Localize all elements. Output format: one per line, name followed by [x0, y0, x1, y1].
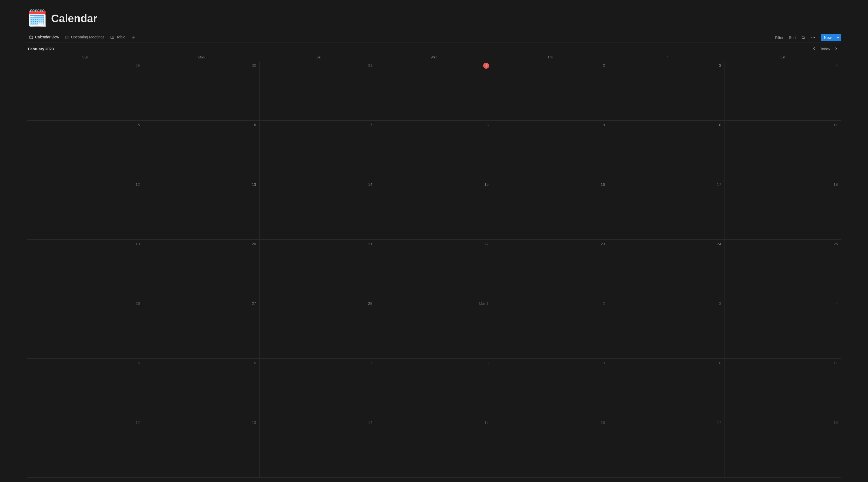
day-cell[interactable]: 5	[27, 121, 143, 180]
new-button[interactable]: New	[821, 34, 835, 41]
day-cell[interactable]: 9	[492, 359, 608, 418]
date-number: 17	[717, 420, 721, 425]
day-cell[interactable]: 11	[725, 121, 841, 180]
date-number: 30	[252, 63, 256, 67]
day-cell[interactable]: 30	[143, 61, 259, 120]
new-button-dropdown[interactable]	[835, 34, 841, 41]
day-cell[interactable]: 17	[608, 418, 724, 477]
add-view-button[interactable]	[129, 34, 137, 41]
week-row: 19202122232425	[27, 239, 841, 299]
day-cell[interactable]: 7	[260, 121, 376, 180]
more-options-button[interactable]	[809, 34, 817, 41]
day-cell[interactable]: 8	[376, 359, 492, 418]
day-cell[interactable]: 2	[492, 299, 608, 359]
day-cell[interactable]: 13	[143, 180, 259, 239]
date-number: Mar 1	[479, 301, 489, 306]
day-cell[interactable]: 21	[260, 239, 376, 299]
day-cell[interactable]: 3	[608, 299, 724, 359]
week-row: 567891011	[27, 121, 841, 180]
date-number: 6	[254, 123, 256, 127]
week-row: 12131415161718	[27, 180, 841, 239]
sort-button[interactable]: Sort	[787, 34, 798, 41]
today-button[interactable]: Today	[818, 46, 832, 52]
date-number: 9	[603, 361, 605, 365]
next-month-button[interactable]	[832, 46, 840, 52]
tab-upcoming[interactable]: Upcoming Meetings	[63, 33, 107, 42]
weekday-header: Fri	[608, 54, 724, 61]
svg-point-13	[802, 36, 804, 39]
calendar-grid[interactable]: 2930311234567891011121314151617181920212…	[27, 61, 841, 482]
day-cell[interactable]: 20	[143, 239, 259, 299]
tab-calendar[interactable]: Calendar view	[27, 33, 62, 42]
day-cell[interactable]: 18	[725, 180, 841, 239]
day-cell[interactable]: 14	[260, 418, 376, 477]
tab-table[interactable]: Table	[108, 33, 128, 42]
date-number: 2	[603, 63, 605, 67]
day-cell[interactable]: 9	[492, 121, 608, 180]
day-cell[interactable]: 2	[492, 61, 608, 120]
day-cell[interactable]: 3	[608, 61, 724, 120]
date-number: 31	[368, 63, 372, 67]
date-number: 8	[487, 361, 489, 365]
day-cell[interactable]: 13	[143, 418, 259, 477]
date-number: 24	[717, 242, 721, 246]
tab-label: Table	[116, 35, 125, 39]
filter-button[interactable]: Filter	[773, 34, 785, 41]
date-number: 28	[368, 301, 372, 306]
day-cell[interactable]: 12	[27, 180, 143, 239]
day-cell[interactable]: 14	[260, 180, 376, 239]
day-cell[interactable]: 24	[608, 239, 724, 299]
weekday-header: Sun	[27, 54, 143, 61]
day-cell[interactable]: 15	[376, 180, 492, 239]
date-number: 25	[833, 242, 838, 246]
date-number: 12	[136, 420, 140, 425]
day-cell[interactable]: 12	[27, 418, 143, 477]
day-cell[interactable]: 15	[376, 418, 492, 477]
day-cell[interactable]: 28	[260, 299, 376, 359]
date-number: 3	[719, 63, 721, 67]
chevron-right-icon	[835, 47, 838, 51]
day-cell[interactable]: 25	[725, 239, 841, 299]
day-cell[interactable]: 22	[376, 239, 492, 299]
day-cell[interactable]: 10	[608, 359, 724, 418]
day-cell[interactable]: 6	[143, 359, 259, 418]
day-cell[interactable]: 10	[608, 121, 724, 180]
day-cell[interactable]: Mar 1	[376, 299, 492, 359]
day-cell[interactable]: 5	[27, 359, 143, 418]
date-number: 11	[833, 361, 838, 365]
date-number: 13	[252, 420, 256, 425]
date-number: 15	[485, 182, 489, 187]
day-cell[interactable]: 23	[492, 239, 608, 299]
ellipsis-icon	[811, 35, 815, 40]
day-cell[interactable]: 17	[608, 180, 724, 239]
day-cell[interactable]: 16	[492, 418, 608, 477]
date-number: 11	[833, 123, 838, 127]
day-cell[interactable]: 4	[725, 61, 841, 120]
date-number: 29	[136, 63, 140, 67]
day-cell[interactable]: 4	[725, 299, 841, 359]
day-cell[interactable]: 6	[143, 121, 259, 180]
tab-label: Upcoming Meetings	[71, 35, 104, 39]
day-cell[interactable]: 31	[260, 61, 376, 120]
table-icon	[110, 35, 114, 39]
prev-month-button[interactable]	[810, 46, 818, 52]
week-row: 12131415161718	[27, 418, 841, 478]
day-cell[interactable]: 11	[725, 359, 841, 418]
day-cell[interactable]: 7	[260, 359, 376, 418]
day-cell[interactable]: 1	[376, 61, 492, 120]
day-cell[interactable]: 26	[27, 299, 143, 359]
day-cell[interactable]: 27	[143, 299, 259, 359]
day-cell[interactable]: 8	[376, 121, 492, 180]
day-cell[interactable]: 18	[725, 418, 841, 477]
date-number: 17	[717, 182, 721, 187]
page-title[interactable]: Calendar	[51, 12, 97, 25]
page-icon[interactable]: 🗓️	[27, 10, 47, 27]
weekday-header: Sat	[725, 54, 841, 61]
date-number: 10	[717, 123, 721, 127]
tab-label: Calendar view	[35, 35, 59, 39]
search-button[interactable]	[799, 34, 808, 41]
day-cell[interactable]: 19	[27, 239, 143, 299]
list-icon	[65, 35, 69, 39]
day-cell[interactable]: 29	[27, 61, 143, 120]
day-cell[interactable]: 16	[492, 180, 608, 239]
